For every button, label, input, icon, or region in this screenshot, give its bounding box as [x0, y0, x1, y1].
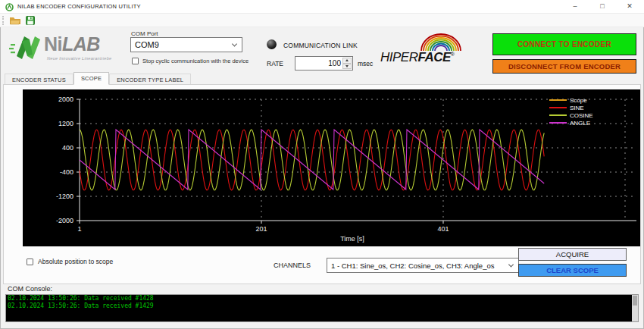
com-console: 02.10.2024 13:50:26: Data received #1428… — [5, 294, 639, 322]
rate-value: 100 — [328, 57, 341, 70]
rate-label: RATE — [267, 60, 283, 67]
tab-encoder-type-label[interactable]: ENCODER TYPE LABEL — [109, 74, 191, 85]
chevron-down-icon — [508, 262, 514, 267]
rate-spin-down-button[interactable] — [342, 64, 352, 70]
tab-strip: ENCODER STATUS SCOPE ENCODER TYPE LABEL — [5, 72, 191, 85]
absolute-position-checkbox[interactable] — [27, 258, 33, 265]
clear-scope-button[interactable]: CLEAR SCOPE — [518, 264, 627, 277]
rate-unit-label: msec — [358, 60, 373, 67]
x-tick-label: 1 — [77, 225, 81, 233]
up-arrow-icon — [345, 59, 349, 61]
scope-tab-panel: 20001200400-400-1200-20001201401Time [s]… — [3, 84, 641, 284]
stop-cyclic-row: Stop cyclic communication with the devic… — [132, 58, 249, 64]
channels-label: CHANNELS — [274, 262, 311, 269]
series-cosine — [80, 130, 544, 190]
minimize-button[interactable]: – — [561, 0, 589, 14]
nilab-logo-text: NiLAB — [44, 33, 100, 55]
hiperface-rainbow-icon — [400, 32, 482, 51]
open-folder-icon[interactable] — [10, 16, 21, 25]
legend-label: Scope — [570, 97, 587, 104]
title-bar: NILAB ENCODER CONFIGURATION UTILITY – □ … — [0, 0, 644, 14]
communication-link-indicator — [267, 39, 277, 49]
com-port-label: COM Port — [131, 30, 158, 37]
com-console-label: COM Console: — [8, 285, 52, 293]
com-port-select[interactable]: COM9 — [130, 37, 242, 52]
acquire-button[interactable]: ACQUIRE — [518, 248, 627, 261]
console-line: 02.10.2024 13:50:26: Data received #1429 — [6, 302, 638, 310]
x-tick-label: 201 — [255, 225, 267, 233]
hiperface-logo: HIPERFACE® — [380, 32, 486, 67]
legend-label: SINE — [570, 105, 584, 111]
legend-label: ANGLE — [570, 120, 590, 127]
rate-spinner[interactable]: 100 — [295, 56, 353, 70]
scope-chart: 20001200400-400-1200-20001201401Time [s]… — [23, 89, 640, 246]
console-scrollbar-thumb[interactable] — [633, 296, 637, 306]
series-sine — [80, 130, 544, 190]
channels-select[interactable]: 1 - CH1: Sine_os, CH2: Cosine_os, CH3: A… — [327, 258, 519, 273]
nilab-tagline: Neue Innovative Linearantriebe — [47, 56, 111, 61]
y-tick-label: 2000 — [58, 96, 73, 103]
window-title: NILAB ENCODER CONFIGURATION UTILITY — [17, 0, 141, 14]
y-tick-label: -1200 — [56, 193, 73, 200]
scope-chart-svg: 20001200400-400-1200-20001201401Time [s]… — [23, 89, 640, 246]
console-line: 02.10.2024 13:50:26: Data received #1428 — [6, 295, 638, 302]
tab-scope[interactable]: SCOPE — [73, 72, 109, 85]
y-tick-label: 1200 — [58, 120, 73, 127]
close-button[interactable]: ✕ — [616, 0, 643, 14]
hiperface-text: HIPERFACE® — [380, 50, 454, 65]
y-tick-label: -400 — [60, 168, 73, 176]
nilab-logo-icon — [9, 33, 44, 62]
connect-to-encoder-button[interactable]: CONNECT TO ENCODER — [492, 33, 636, 55]
y-tick-label: -2000 — [56, 217, 73, 224]
app-icon — [5, 3, 14, 11]
stop-cyclic-label: Stop cyclic communication with the devic… — [142, 58, 249, 64]
toolbar — [0, 14, 644, 27]
disconnect-from-encoder-button[interactable]: DISCONNECT FROM ENCODER — [492, 59, 636, 74]
y-tick-label: 400 — [62, 144, 73, 152]
console-scrollbar[interactable] — [632, 295, 638, 321]
down-arrow-icon — [345, 65, 349, 67]
communication-link-label: COMMUNICATION LINK — [283, 42, 358, 49]
legend-label: COSINE — [570, 112, 593, 119]
x-axis-label: Time [s] — [340, 235, 364, 243]
tab-encoder-status[interactable]: ENCODER STATUS — [5, 74, 73, 85]
x-tick-label: 401 — [437, 225, 449, 233]
absolute-position-label: Absolute position to scope — [38, 258, 113, 265]
absolute-position-row: Absolute position to scope — [27, 258, 113, 265]
rate-spin-up-button[interactable] — [342, 58, 352, 64]
save-icon[interactable] — [26, 16, 35, 25]
toolbar-grip — [2, 16, 4, 25]
maximize-button[interactable]: □ — [589, 0, 616, 14]
stop-cyclic-checkbox[interactable] — [132, 58, 139, 64]
chevron-down-icon — [232, 41, 237, 46]
